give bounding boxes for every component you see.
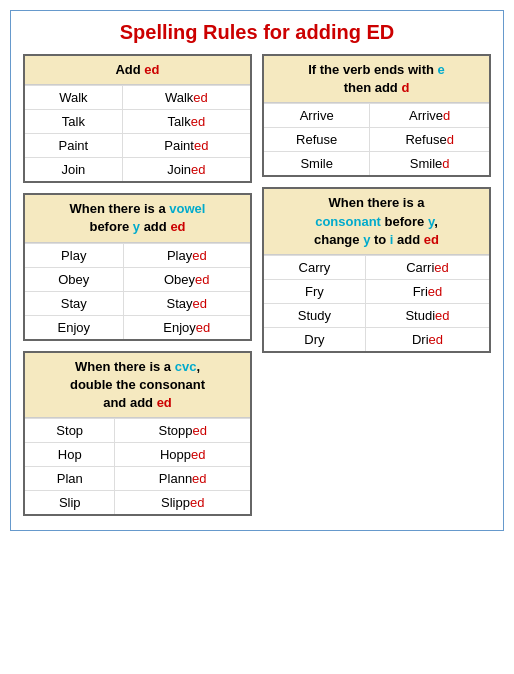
table-row: Paint Painted (25, 134, 250, 158)
base-word: Slip (25, 491, 115, 515)
base-word: Enjoy (25, 315, 123, 339)
result-word: Carried (365, 255, 489, 279)
table-row: Plan Planned (25, 467, 250, 491)
box-consonant-y: When there is aconsonant before y,change… (262, 187, 491, 353)
result-word: Enjoyed (123, 315, 250, 339)
base-word: Arrive (264, 104, 370, 128)
base-word: Stop (25, 419, 115, 443)
base-word: Hop (25, 443, 115, 467)
box-ends-e: If the verb ends with ethen add d Arrive… (262, 54, 491, 177)
table-row: Dry Dried (264, 327, 489, 351)
result-word: Joined (122, 158, 250, 182)
result-word: Hopped (115, 443, 250, 467)
table-row: Stop Stopped (25, 419, 250, 443)
result-word: Stopped (115, 419, 250, 443)
table-row: Walk Walked (25, 86, 250, 110)
base-word: Plan (25, 467, 115, 491)
box5-table: Stop Stopped Hop Hopped Plan Planned Sli… (25, 418, 250, 514)
base-word: Talk (25, 110, 122, 134)
box1-header: Add ed (25, 56, 250, 85)
result-word: Refused (370, 128, 489, 152)
box4-table: Carry Carried Fry Fried Study Studied Dr… (264, 255, 489, 351)
result-word: Slipped (115, 491, 250, 515)
base-word: Play (25, 243, 123, 267)
table-row: Arrive Arrived (264, 104, 489, 128)
result-word: Stayed (123, 291, 250, 315)
result-word: Obeyed (123, 267, 250, 291)
box4-header: When there is aconsonant before y,change… (264, 189, 489, 255)
box-cvc: When there is a cvc,double the consonant… (23, 351, 252, 517)
table-row: Refuse Refused (264, 128, 489, 152)
box2-header: If the verb ends with ethen add d (264, 56, 489, 103)
table-row: Obey Obeyed (25, 267, 250, 291)
base-word: Paint (25, 134, 122, 158)
table-row: Fry Fried (264, 279, 489, 303)
result-word: Fried (365, 279, 489, 303)
box-vowel-y: When there is a vowelbefore y add ed Pla… (23, 193, 252, 340)
table-row: Play Played (25, 243, 250, 267)
table-row: Hop Hopped (25, 443, 250, 467)
base-word: Join (25, 158, 122, 182)
box3-table: Play Played Obey Obeyed Stay Stayed Enjo… (25, 243, 250, 339)
result-word: Walked (122, 86, 250, 110)
box1-table: Walk Walked Talk Talked Paint Painted Jo… (25, 85, 250, 181)
table-row: Slip Slipped (25, 491, 250, 515)
base-word: Study (264, 303, 365, 327)
result-word: Arrived (370, 104, 489, 128)
box2-table: Arrive Arrived Refuse Refused Smile Smil… (264, 103, 489, 175)
result-word: Planned (115, 467, 250, 491)
result-word: Painted (122, 134, 250, 158)
box3-header: When there is a vowelbefore y add ed (25, 195, 250, 242)
base-word: Carry (264, 255, 365, 279)
base-word: Dry (264, 327, 365, 351)
result-word: Dried (365, 327, 489, 351)
base-word: Stay (25, 291, 123, 315)
table-row: Stay Stayed (25, 291, 250, 315)
table-row: Talk Talked (25, 110, 250, 134)
table-row: Enjoy Enjoyed (25, 315, 250, 339)
base-word: Obey (25, 267, 123, 291)
table-row: Join Joined (25, 158, 250, 182)
page: Spelling Rules for adding ED Add ed Walk… (10, 10, 504, 531)
box5-header: When there is a cvc,double the consonant… (25, 353, 250, 419)
result-word: Talked (122, 110, 250, 134)
result-word: Studied (365, 303, 489, 327)
table-row: Smile Smiled (264, 152, 489, 176)
result-word: Played (123, 243, 250, 267)
base-word: Smile (264, 152, 370, 176)
box-add-ed: Add ed Walk Walked Talk Talked Paint Pai… (23, 54, 252, 183)
table-row: Carry Carried (264, 255, 489, 279)
result-word: Smiled (370, 152, 489, 176)
base-word: Refuse (264, 128, 370, 152)
base-word: Walk (25, 86, 122, 110)
table-row: Study Studied (264, 303, 489, 327)
page-title: Spelling Rules for adding ED (23, 21, 491, 44)
base-word: Fry (264, 279, 365, 303)
